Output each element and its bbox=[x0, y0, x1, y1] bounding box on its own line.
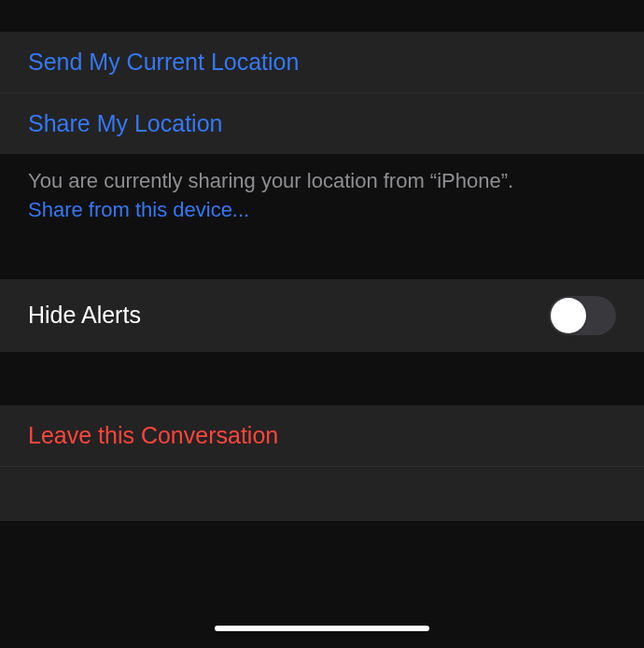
location-footer: You are currently sharing your location … bbox=[0, 154, 644, 242]
gap-2 bbox=[0, 352, 644, 405]
location-footer-text: You are currently sharing your location … bbox=[28, 169, 513, 192]
send-location-row[interactable]: Send My Current Location bbox=[0, 32, 644, 93]
share-location-row[interactable]: Share My Location bbox=[0, 93, 644, 154]
send-location-label: Send My Current Location bbox=[28, 49, 299, 76]
empty-row bbox=[0, 467, 644, 521]
gap-1 bbox=[0, 242, 644, 279]
share-location-label: Share My Location bbox=[28, 110, 222, 137]
leave-section: Leave this Conversation bbox=[0, 405, 644, 521]
share-from-device-link[interactable]: Share from this device... bbox=[28, 196, 616, 225]
home-indicator[interactable] bbox=[215, 626, 429, 631]
location-section: Send My Current Location Share My Locati… bbox=[0, 32, 644, 154]
leave-conversation-label: Leave this Conversation bbox=[28, 422, 278, 449]
leave-conversation-row[interactable]: Leave this Conversation bbox=[0, 405, 644, 467]
toggle-knob bbox=[551, 298, 586, 333]
hide-alerts-row: Hide Alerts bbox=[0, 279, 644, 352]
alerts-section: Hide Alerts bbox=[0, 279, 644, 352]
hide-alerts-label: Hide Alerts bbox=[28, 302, 141, 329]
hide-alerts-toggle[interactable] bbox=[549, 296, 616, 335]
top-spacer bbox=[0, 0, 644, 32]
